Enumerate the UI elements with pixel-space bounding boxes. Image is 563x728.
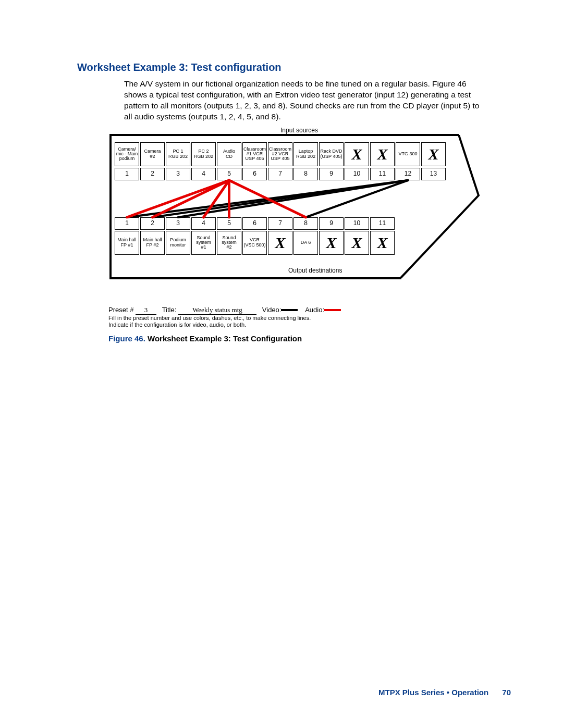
figure-text: Worksheet Example 3: Test Configuration [148, 334, 302, 343]
preset-help-2: Indicate if the configuration is for vid… [108, 322, 516, 329]
outputs-nums-cell: 1 [115, 217, 139, 230]
inputs-nums-cell: 8 [293, 168, 318, 180]
video-label: Video: [262, 306, 282, 314]
title-label: Title: [162, 306, 177, 314]
outputs-labels-cell: Sound system #2 [217, 231, 241, 255]
outputs-nums-cell: 11 [370, 217, 395, 230]
inputs-labels-cell: X [370, 142, 395, 166]
audio-label: Audio: [305, 306, 324, 314]
video-line-icon [281, 309, 298, 311]
inputs-nums-cell: 1 [115, 168, 139, 180]
inputs-labels-cell: PC 1 RGB 202 [166, 142, 190, 166]
section-body: The A/V system in our fictional organiza… [124, 79, 489, 122]
page-footer: MTPX Plus Series • Operation 70 [378, 688, 511, 697]
outputs-nums-cell: 10 [345, 217, 369, 230]
outputs-labels-cell: DA 6 [293, 231, 318, 255]
inputs-labels-cell: Classroom #2 VCR USP 405 [268, 142, 292, 166]
inputs-nums-cell: 3 [166, 168, 190, 180]
inputs-nums-cell: 2 [140, 168, 165, 180]
figure-caption: Figure 46. Worksheet Example 3: Test Con… [108, 334, 516, 343]
inputs-labels-cell: Laptop RGB 202 [293, 142, 318, 166]
inputs-title: Input sources [280, 127, 318, 134]
inputs-labels-cell: Camera/ mic - Main podium [115, 142, 139, 166]
outputs-title: Output destinations [288, 267, 342, 274]
svg-line-5 [153, 180, 229, 217]
audio-line-icon [324, 309, 341, 311]
outputs-nums-cell: 2 [140, 217, 165, 230]
title-value: Weekly status mtg [178, 306, 256, 315]
inputs-nums-cell: 10 [345, 168, 369, 180]
inputs-labels-cell: PC 2 RGB 202 [191, 142, 216, 166]
svg-line-8 [229, 180, 306, 217]
inputs-nums-cell: 4 [191, 168, 216, 180]
inputs-nums-cell: 7 [268, 168, 292, 180]
outputs-nums-cell: 4 [191, 217, 216, 230]
outputs-labels-cell: X [319, 231, 344, 255]
outputs-labels-cell: X [268, 231, 292, 255]
svg-line-0 [127, 180, 408, 217]
inputs-nums-cell: 5 [217, 168, 241, 180]
inputs-labels-cell: VTG 300 [396, 142, 420, 166]
outputs-nums-cell: 3 [166, 217, 190, 230]
outputs-labels-cell: VCR (VSC 500) [242, 231, 267, 255]
inputs-nums-cell: 13 [421, 168, 446, 180]
preset-line: Preset # 3 Title: Weekly status mtg Vide… [108, 306, 505, 315]
preset-value: 3 [144, 306, 148, 314]
outputs-labels-cell: Main hall FP #1 [115, 231, 139, 255]
outputs-labels-cell: X [345, 231, 369, 255]
inputs-labels-cell: Audio CD [217, 142, 241, 166]
inputs-labels-cell: Rack DVD (USP 405) [319, 142, 344, 166]
outputs-nums-cell: 8 [293, 217, 318, 230]
svg-line-6 [204, 180, 229, 217]
figure-number: Figure 46. [108, 334, 145, 343]
outputs-labels-cell: X [370, 231, 395, 255]
outputs-labels-cell: Podium monitor [166, 231, 190, 255]
svg-line-1 [153, 180, 408, 217]
inputs-nums-cell: 6 [242, 168, 267, 180]
outputs-labels-cell: Main hall FP #2 [140, 231, 165, 255]
svg-line-2 [178, 180, 408, 217]
inputs-labels-cell: Classroom #1 VCR USP 405 [242, 142, 267, 166]
outputs-labels-cell: Sound system #1 [191, 231, 216, 255]
inputs-labels-cell: Camera #2 [140, 142, 165, 166]
inputs-labels-cell: X [421, 142, 446, 166]
worksheet-diagram: Input sources Output destinations Camera… [108, 129, 505, 306]
outputs-nums-cell: 7 [268, 217, 292, 230]
svg-line-4 [127, 180, 229, 217]
section-heading: Worksheet Example 3: Test configuration [77, 61, 516, 73]
inputs-nums-cell: 11 [370, 168, 395, 180]
page-number: 70 [502, 688, 511, 697]
preset-help-1: Fill in the preset number and use colors… [108, 315, 516, 322]
inputs-nums-cell: 12 [396, 168, 420, 180]
preset-label: Preset # [108, 306, 133, 314]
inputs-labels-cell: X [345, 142, 369, 166]
outputs-nums-cell: 6 [242, 217, 267, 230]
svg-line-3 [306, 180, 408, 217]
outputs-nums-cell: 9 [319, 217, 344, 230]
inputs-nums-cell: 9 [319, 168, 344, 180]
outputs-nums-cell: 5 [217, 217, 241, 230]
footer-text: MTPX Plus Series • Operation [378, 688, 488, 697]
